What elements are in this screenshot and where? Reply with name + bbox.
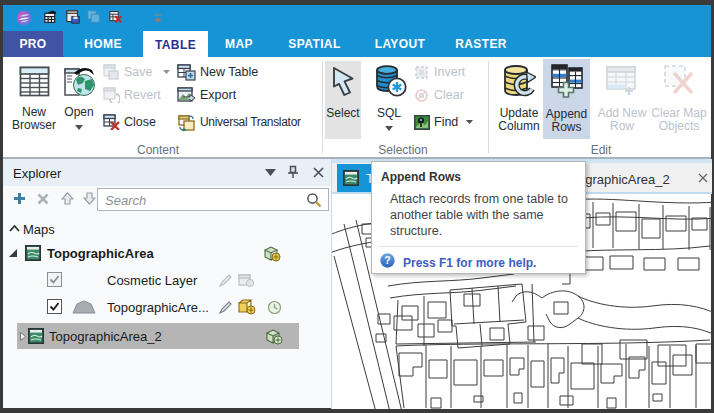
svg-text:?: ?	[384, 254, 390, 266]
